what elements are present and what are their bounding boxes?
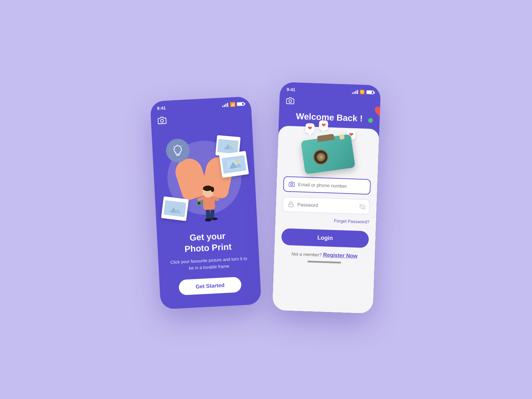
battery-icon-2 [366, 90, 374, 94]
camera-lens-inner [316, 152, 325, 162]
camera-body [301, 134, 355, 174]
eye-off-icon[interactable] [359, 204, 366, 210]
camera-illustration: ❤ ❤ ❤ [297, 120, 359, 175]
phone-1-screen: 9:41 📶 [150, 96, 262, 310]
svg-line-2 [173, 146, 173, 146]
svg-rect-30 [289, 204, 293, 207]
status-icons-1: 📶 [222, 101, 245, 107]
camera-flash [339, 134, 345, 140]
heart-bubble-2: ❤ [319, 120, 328, 130]
password-field-container[interactable] [282, 196, 370, 215]
forget-password-link[interactable]: Forget Password? [282, 216, 369, 224]
lock-icon [288, 201, 294, 208]
battery-icon [237, 102, 245, 106]
signal-icon-2 [352, 90, 358, 94]
svg-point-0 [161, 119, 164, 122]
heart-bubble-1: ❤ [305, 123, 315, 133]
signal-icon [222, 103, 228, 107]
main-title: Get your Photo Print [167, 229, 249, 255]
person-figure [192, 179, 225, 225]
not-member-text: Not a member? [292, 251, 322, 257]
heart-icon-1: ❤ [308, 125, 312, 131]
home-indicator [307, 261, 341, 263]
status-time-2: 9:41 [286, 87, 296, 92]
email-icon [289, 181, 295, 187]
email-field-container[interactable] [283, 176, 371, 195]
camera-top [317, 134, 335, 142]
photo-frame-2 [219, 151, 249, 178]
camera-lens [312, 148, 329, 166]
wifi-icon-2: 🛜 [360, 90, 365, 95]
status-time-1: 9:41 [157, 105, 166, 111]
password-input[interactable] [297, 202, 356, 209]
get-started-button[interactable]: Get Started [178, 277, 241, 296]
status-icons-2: 🛜 [352, 89, 374, 95]
login-button[interactable]: Login [281, 228, 369, 248]
email-input[interactable] [298, 182, 365, 189]
login-card: ❤ ❤ ❤ [272, 126, 379, 314]
svg-point-28 [289, 100, 292, 102]
subtitle: Click your favourite picture and turn it… [168, 255, 250, 272]
svg-line-3 [182, 146, 182, 146]
register-prompt: Not a member? Register Now [292, 251, 358, 259]
register-now-link[interactable]: Register Now [323, 252, 358, 259]
photo-frame-3 [161, 196, 189, 221]
onboarding-text: Get your Photo Print Click your favourit… [157, 225, 261, 303]
wifi-icon: 📶 [230, 102, 235, 107]
svg-point-29 [291, 183, 293, 185]
illustration-area [151, 125, 257, 230]
heart-icon-2: ❤ [321, 122, 326, 128]
phone-2-screen: 9:41 🛜 Welcome Back ! [272, 82, 381, 314]
